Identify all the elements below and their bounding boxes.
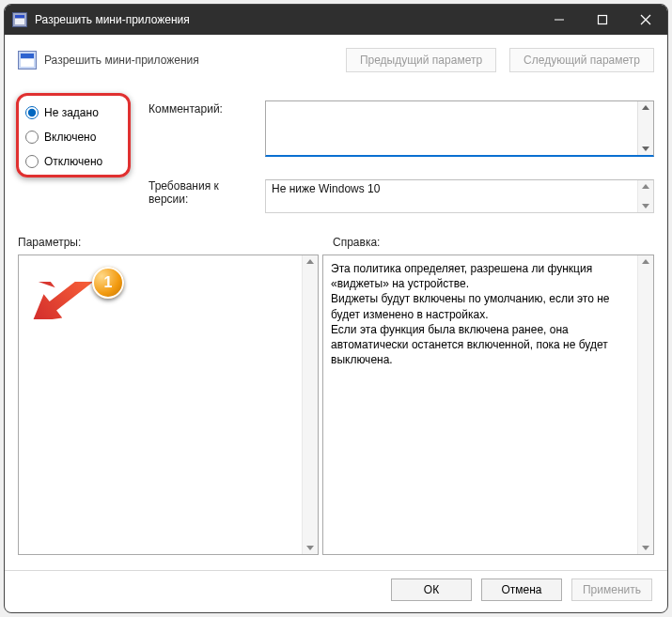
policy-header-icon [18, 51, 37, 69]
radio-enabled-input[interactable] [25, 131, 39, 144]
comment-label: Комментарий: [148, 100, 261, 157]
close-button[interactable] [624, 5, 667, 35]
params-label: Параметры: [18, 236, 333, 249]
radio-disabled[interactable]: Отключено [18, 149, 145, 174]
minimize-button[interactable] [538, 5, 581, 35]
scrollbar[interactable] [637, 101, 653, 155]
prev-setting-button[interactable]: Предыдущий параметр [346, 48, 496, 72]
svg-rect-1 [599, 16, 607, 24]
policy-icon [12, 12, 27, 27]
params-panel [18, 255, 319, 555]
comment-field-wrap [265, 100, 654, 157]
params-content [19, 255, 302, 554]
divider [5, 570, 667, 571]
next-setting-button[interactable]: Следующий параметр [509, 48, 654, 72]
radio-not-configured-input[interactable] [25, 106, 39, 119]
help-panel: Эта политика определяет, разрешена ли фу… [322, 255, 654, 555]
help-label: Справка: [333, 236, 380, 249]
scrollbar[interactable] [637, 180, 653, 212]
scrollbar[interactable] [637, 255, 653, 554]
version-text: Не ниже Windows 10 [266, 180, 637, 212]
maximize-button[interactable] [581, 5, 624, 35]
radio-disabled-label: Отключено [44, 155, 102, 168]
radio-not-configured-label: Не задано [44, 106, 99, 119]
scrollbar[interactable] [302, 255, 318, 554]
policy-header-title: Разрешить мини-приложения [44, 54, 346, 67]
state-radio-group: Не задано Включено Отключено [18, 100, 145, 174]
window-title: Разрешить мини-приложения [35, 13, 538, 26]
version-label: Требования к версии: [148, 179, 261, 206]
ok-button[interactable]: ОК [391, 578, 472, 601]
titlebar[interactable]: Разрешить мини-приложения [5, 5, 667, 35]
radio-not-configured[interactable]: Не задано [18, 100, 145, 125]
radio-enabled-label: Включено [44, 131, 96, 144]
policy-window: Разрешить мини-приложения Разрешить мини… [4, 4, 668, 613]
apply-button[interactable]: Применить [571, 578, 652, 601]
help-content: Эта политика определяет, разрешена ли фу… [323, 255, 637, 554]
cancel-button[interactable]: Отмена [481, 578, 562, 601]
version-field: Не ниже Windows 10 [265, 179, 654, 213]
radio-disabled-input[interactable] [25, 155, 39, 168]
radio-enabled[interactable]: Включено [18, 125, 145, 149]
comment-textarea[interactable] [266, 101, 637, 155]
